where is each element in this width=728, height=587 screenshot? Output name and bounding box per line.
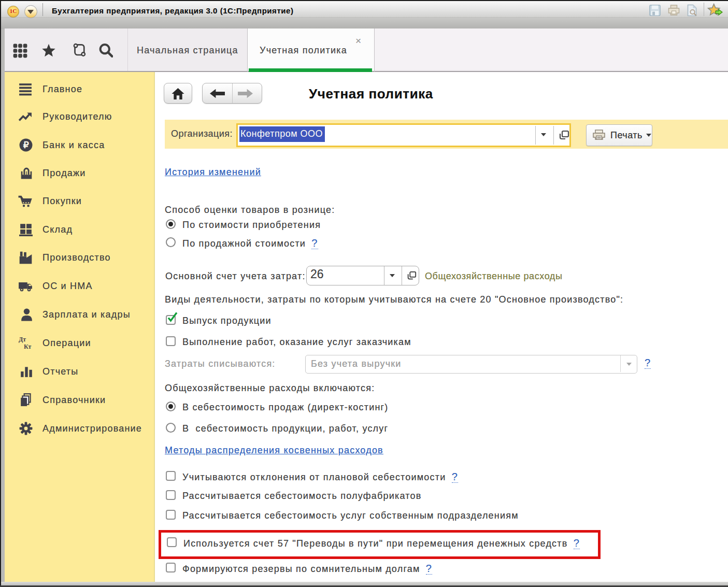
svg-text:₽: ₽ [23,140,29,150]
